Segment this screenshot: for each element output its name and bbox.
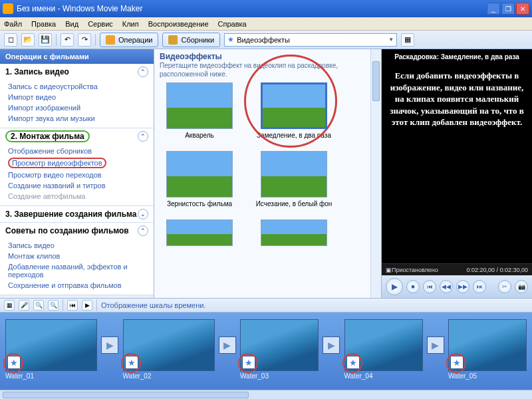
tasks-pane: Операции с фильмами 1. Запись видео ⌃ За…: [0, 49, 154, 298]
collapse-icon: ⌃: [138, 225, 148, 236]
link-capture-device[interactable]: Запись с видеоустройства: [8, 81, 154, 92]
separator: [96, 299, 97, 311]
tip-record[interactable]: Запись видео: [8, 240, 154, 251]
redo-button[interactable]: ↷: [78, 33, 91, 47]
scrollbar-thumb[interactable]: [372, 61, 380, 101]
collections-label: Сборники: [181, 36, 214, 44]
link-titles[interactable]: Создание названий и титров: [8, 180, 154, 191]
link-import-images[interactable]: Импорт изображений: [8, 102, 154, 113]
effect-badge-icon: [450, 356, 464, 369]
transition-slot[interactable]: ▶: [427, 336, 444, 354]
effect-thumb: [261, 219, 327, 246]
tip-add-effects[interactable]: Добавление названий, эффектов и переходо…: [8, 261, 154, 280]
horizontal-scrollbar[interactable]: [0, 390, 532, 399]
minimize-button[interactable]: _: [487, 3, 500, 15]
clip-label: Water_04: [344, 372, 423, 380]
effect-thumb: [261, 151, 327, 198]
scrollbar-thumb[interactable]: [3, 392, 249, 398]
menu-clip[interactable]: Клип: [122, 20, 139, 28]
menu-file[interactable]: Файл: [4, 20, 22, 28]
show-timeline-link[interactable]: Отображение шкалы времени.: [101, 301, 205, 309]
expand-icon: ⌄: [138, 209, 148, 219]
tl-btn-4[interactable]: 🔍: [48, 300, 59, 311]
link-view-transitions[interactable]: Просмотр видео переходов: [8, 170, 154, 180]
stop-button[interactable]: ■: [406, 280, 420, 293]
next-button[interactable]: ⏭: [473, 280, 486, 293]
split-button[interactable]: ✂: [498, 280, 511, 293]
preview-controls: ▶ ■ ⏮ ◀◀ ▶▶ ⏭ ✂ 📷: [382, 275, 532, 298]
effect-extra-2[interactable]: [254, 219, 334, 249]
link-automovie[interactable]: Создание автофильма: [8, 191, 154, 201]
clip-water-04[interactable]: [344, 319, 423, 371]
combo-value: Видеоэффекты: [237, 36, 290, 44]
snapshot-button[interactable]: 📷: [515, 280, 528, 293]
separator: [63, 299, 63, 311]
transition-slot[interactable]: ▶: [219, 336, 236, 354]
rewind-button[interactable]: ◀◀: [440, 280, 453, 293]
status-left: Приостановлено: [392, 267, 438, 273]
window-title: Без имени - Windows Movie Maker: [17, 4, 487, 13]
effect-slowdown[interactable]: Замедление, в два раза: [254, 82, 334, 139]
menu-view[interactable]: Вид: [65, 20, 78, 28]
task-section-4-head[interactable]: Советы по созданию фильмов ⌃: [0, 223, 154, 239]
transition-slot[interactable]: ▶: [323, 336, 340, 354]
play-button[interactable]: ▶: [386, 278, 403, 295]
menu-play[interactable]: Воспроизведение: [148, 20, 209, 28]
open-button[interactable]: 📂: [21, 33, 35, 47]
transition-slot[interactable]: ▶: [101, 336, 118, 354]
clip-label: Water_01: [5, 372, 97, 380]
separator: [95, 34, 96, 46]
effect-fade-white[interactable]: Исчезание, в белый фон: [254, 151, 334, 207]
tl-btn-2[interactable]: 🎤: [19, 300, 29, 311]
maximize-button[interactable]: ❐: [501, 3, 515, 15]
clip-water-01[interactable]: [5, 319, 97, 371]
link-import-video[interactable]: Импорт видео: [8, 92, 154, 102]
tip-edit-clips[interactable]: Монтаж клипов: [8, 251, 154, 261]
undo-button[interactable]: ↶: [61, 33, 74, 47]
collections-button[interactable]: Сборники: [162, 33, 220, 47]
tl-rewind-button[interactable]: ⏮: [67, 300, 78, 311]
effect-thumb: [166, 151, 233, 198]
effect-grain[interactable]: Зернистость фильма: [160, 151, 239, 207]
play-state-icon: ▣: [386, 267, 392, 273]
new-button[interactable]: ◻: [4, 33, 17, 47]
link-show-collections[interactable]: Отображение сборников: [8, 146, 154, 156]
tl-btn-3[interactable]: 🔍: [33, 300, 44, 311]
toolbar: ◻ 📂 💾 ↶ ↷ Операции Сборники ★ Видеоэффек…: [0, 31, 532, 49]
link-import-audio[interactable]: Импорт звука или музыки: [8, 113, 154, 124]
effects-combo[interactable]: ★ Видеоэффекты ▼: [224, 33, 397, 47]
forward-button[interactable]: ▶▶: [456, 280, 469, 293]
tl-play-button[interactable]: ▶: [82, 300, 92, 311]
clip-label: Water_02: [123, 372, 215, 380]
close-button[interactable]: ✕: [516, 3, 529, 15]
tip-save-send[interactable]: Сохранение и отправка фильмов: [8, 280, 154, 291]
task-section-2-head[interactable]: 2. Монтаж фильма ⌃: [0, 128, 154, 144]
tasks-header: Операции с фильмами: [0, 49, 154, 64]
menu-service[interactable]: Сервис: [88, 20, 113, 28]
clip-water-03[interactable]: [240, 319, 319, 371]
chevron-down-icon: ▼: [388, 37, 394, 43]
task-section-1-head[interactable]: 1. Запись видео ⌃: [0, 64, 154, 80]
effect-akvarell[interactable]: Акварель: [160, 82, 239, 139]
tl-btn-1[interactable]: ▦: [4, 300, 15, 311]
clip-water-02[interactable]: [123, 319, 215, 371]
effect-extra-1[interactable]: [160, 219, 239, 249]
thumb-view-button[interactable]: ▦: [401, 33, 414, 47]
prev-button[interactable]: ⏮: [423, 280, 436, 293]
status-right: 0:02:20,00 / 0:02:30,00: [466, 267, 528, 273]
collapse-icon: ⌃: [138, 66, 148, 77]
clip-water-05[interactable]: [448, 319, 527, 371]
vertical-scrollbar[interactable]: [370, 49, 381, 298]
task-section-3-head[interactable]: 3. Завершение создания фильма ⌄: [0, 206, 154, 222]
tasks-button[interactable]: Операции: [100, 33, 158, 47]
storyboard: Water_01 ▶ Water_02 ▶ Water_03 ▶ Water_0…: [0, 313, 532, 390]
link-view-effects[interactable]: Просмотр видеоэффектов: [8, 156, 154, 170]
save-button[interactable]: 💾: [39, 33, 52, 47]
collections-icon: [168, 35, 178, 45]
collection-pane: Видеоэффекты Перетащите видеоэффект на в…: [154, 49, 382, 298]
preview-pane: Раскадровка: Замедление, в два раза Если…: [382, 49, 532, 298]
collection-subtitle: Перетащите видеоэффект на видеоклип на р…: [160, 61, 376, 78]
separator: [56, 34, 57, 46]
menu-help[interactable]: Справка: [218, 20, 247, 28]
menu-edit[interactable]: Правка: [31, 20, 56, 28]
